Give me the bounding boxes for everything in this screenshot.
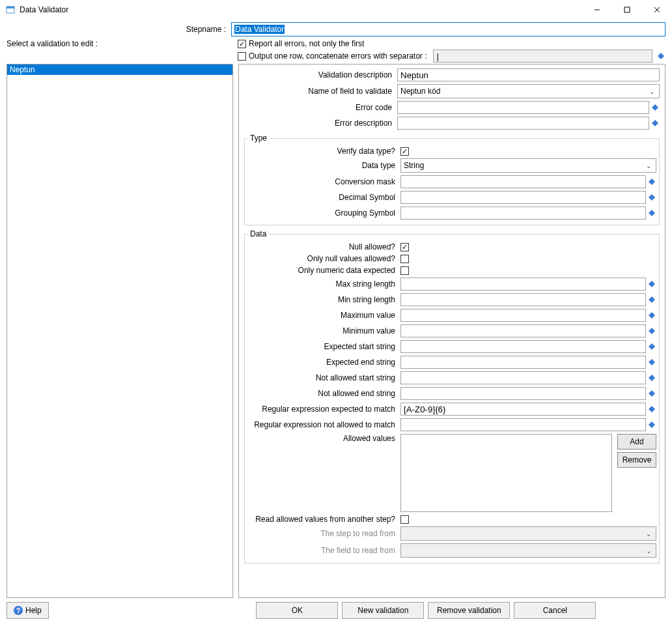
window-title: Data Validator: [20, 5, 582, 14]
errdesc-label: Error description: [244, 119, 397, 128]
svg-marker-15: [649, 328, 655, 334]
report-all-checkbox[interactable]: [238, 40, 246, 48]
variable-icon[interactable]: [647, 342, 656, 351]
remove-validation-button[interactable]: Remove validation: [428, 602, 510, 619]
decsym-label: Decimal Symbol: [247, 193, 400, 202]
variable-icon[interactable]: [651, 119, 660, 128]
svg-marker-18: [649, 375, 655, 381]
maxval-label: Maximum value: [247, 311, 400, 320]
svg-marker-14: [649, 312, 655, 319]
chevron-down-icon: ⌄: [646, 162, 653, 169]
notallowend-input[interactable]: [400, 387, 646, 400]
maximize-button[interactable]: [612, 0, 642, 20]
variable-icon[interactable]: [647, 373, 656, 382]
list-item[interactable]: Neptun: [7, 64, 232, 75]
new-validation-button[interactable]: New validation: [342, 602, 424, 619]
decsym-input[interactable]: [400, 191, 646, 204]
output-one-row-checkbox[interactable]: [238, 52, 246, 61]
remove-value-button[interactable]: Remove: [617, 452, 656, 468]
field-label: Name of field to validate: [244, 87, 397, 96]
regex-not-label: Regular expression not allowed to match: [247, 420, 400, 429]
readstep-checkbox[interactable]: [400, 515, 409, 524]
onlynull-label: Only null values allowed?: [247, 254, 400, 263]
svg-marker-9: [649, 178, 655, 185]
stepname-label: Stepname :: [7, 25, 231, 34]
validation-list[interactable]: Neptun: [7, 64, 233, 598]
onlynum-label: Only numeric data expected: [247, 266, 400, 275]
notallowend-label: Not allowed end string: [247, 389, 400, 398]
svg-marker-8: [652, 120, 658, 126]
variable-icon[interactable]: [647, 295, 656, 304]
ok-button[interactable]: OK: [256, 602, 338, 619]
errcode-label: Error code: [244, 103, 397, 112]
expend-input[interactable]: [400, 356, 646, 369]
svg-rect-3: [624, 7, 630, 12]
variable-icon[interactable]: [647, 311, 656, 320]
minlen-input[interactable]: [400, 293, 646, 306]
add-button[interactable]: Add: [617, 434, 656, 450]
minlen-label: Min string length: [247, 295, 400, 304]
help-icon: ?: [14, 606, 23, 615]
svg-marker-19: [649, 390, 655, 397]
maxlen-label: Max string length: [247, 279, 400, 289]
output-one-row-label: Output one row, concatenate errors with …: [249, 51, 427, 61]
grpsym-input[interactable]: [400, 207, 646, 220]
variable-icon[interactable]: [647, 279, 656, 289]
notallowstart-input[interactable]: [400, 371, 646, 384]
cancel-button[interactable]: Cancel: [514, 602, 596, 619]
dtype-select[interactable]: String ⌄: [400, 158, 656, 173]
minval-input[interactable]: [400, 324, 646, 337]
maxval-input[interactable]: [400, 309, 646, 322]
expstart-input[interactable]: [400, 340, 646, 353]
verify-checkbox[interactable]: [400, 147, 409, 156]
data-group: Data Null allowed? Only null values allo…: [244, 229, 660, 564]
stepread-select: ⌄: [400, 526, 656, 541]
fieldread-select: ⌄: [400, 543, 656, 558]
validation-form: Validation description Name of field to …: [238, 64, 665, 598]
null-checkbox[interactable]: [400, 243, 409, 251]
variable-icon[interactable]: [647, 326, 656, 335]
separator-input[interactable]: [433, 50, 652, 63]
help-button[interactable]: ? Help: [7, 602, 49, 619]
regex-match-input[interactable]: [400, 403, 646, 416]
svg-marker-13: [649, 296, 655, 303]
variable-icon[interactable]: [647, 358, 656, 367]
report-all-label: Report all errors, not only the first: [249, 39, 364, 48]
variable-icon[interactable]: [651, 103, 660, 112]
dtype-label: Data type: [247, 161, 400, 170]
variable-icon[interactable]: [647, 177, 656, 186]
app-icon: [5, 5, 16, 15]
convmask-label: Conversion mask: [247, 177, 400, 186]
allowed-values-list[interactable]: [400, 434, 612, 512]
variable-icon[interactable]: [647, 389, 656, 398]
svg-rect-1: [7, 7, 14, 8]
svg-marker-11: [649, 210, 655, 216]
variable-icon[interactable]: [647, 405, 656, 414]
select-validation-label: Select a validation to edit :: [7, 39, 238, 48]
desc-input[interactable]: [397, 68, 660, 81]
regex-not-input[interactable]: [400, 418, 646, 431]
svg-marker-21: [649, 421, 655, 428]
minimize-button[interactable]: [582, 0, 612, 20]
close-button[interactable]: [642, 0, 672, 20]
convmask-input[interactable]: [400, 175, 646, 188]
variable-icon[interactable]: [656, 51, 665, 61]
verify-label: Verify data type?: [247, 147, 400, 156]
svg-marker-12: [649, 281, 655, 287]
chevron-down-icon: ⌄: [646, 530, 653, 537]
variable-icon[interactable]: [647, 193, 656, 202]
readstep-label: Read allowed values from another step?: [247, 515, 400, 524]
onlynum-checkbox[interactable]: [400, 266, 409, 275]
stepname-input[interactable]: Data Validator: [231, 22, 665, 36]
maxlen-input[interactable]: [400, 278, 646, 291]
variable-icon[interactable]: [647, 420, 656, 429]
onlynull-checkbox[interactable]: [400, 255, 409, 263]
notallowstart-label: Not allowed start string: [247, 373, 400, 382]
errcode-input[interactable]: [397, 101, 649, 114]
svg-marker-17: [649, 359, 655, 365]
field-select[interactable]: Neptun kód ⌄: [397, 84, 660, 98]
errdesc-input[interactable]: [397, 117, 649, 130]
null-label: Null allowed?: [247, 242, 400, 251]
expend-label: Expected end string: [247, 358, 400, 367]
variable-icon[interactable]: [647, 208, 656, 218]
